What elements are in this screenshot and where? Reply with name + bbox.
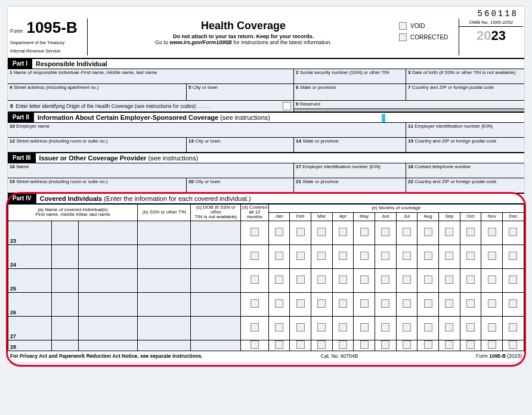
field-21[interactable]: 21 State or province [294, 178, 406, 193]
field-10[interactable]: 10 Employer name [8, 123, 406, 137]
month-checkbox[interactable] [381, 299, 389, 308]
field-2[interactable]: 2 Social security number (SSN) or other … [294, 69, 406, 83]
month-checkbox[interactable] [275, 228, 283, 236]
month-checkbox[interactable] [509, 252, 517, 260]
dob-cell[interactable] [191, 244, 241, 268]
month-checkbox[interactable] [296, 252, 305, 260]
month-checkbox[interactable] [275, 323, 283, 332]
dob-cell[interactable] [191, 268, 241, 292]
month-checkbox[interactable] [339, 340, 347, 349]
dob-cell[interactable] [191, 316, 241, 340]
month-checkbox[interactable] [403, 323, 411, 332]
month-checkbox[interactable] [488, 275, 496, 284]
covered-all-checkbox[interactable] [250, 275, 259, 284]
name-cell[interactable] [52, 244, 78, 268]
corrected-checkbox[interactable] [399, 33, 407, 41]
month-checkbox[interactable] [488, 340, 496, 349]
field-12[interactable]: 12 Street address (including room or sui… [8, 138, 187, 152]
dob-cell[interactable] [191, 340, 241, 351]
month-checkbox[interactable] [317, 323, 326, 332]
field-16[interactable]: 16 Name [8, 163, 294, 178]
month-checkbox[interactable] [488, 323, 496, 332]
field-20[interactable]: 20 City or town [187, 178, 294, 193]
field-19[interactable]: 19 Street address (including room or sui… [8, 178, 187, 193]
month-checkbox[interactable] [275, 275, 283, 284]
month-checkbox[interactable] [360, 275, 369, 284]
month-checkbox[interactable] [424, 340, 432, 349]
month-checkbox[interactable] [317, 228, 326, 236]
month-checkbox[interactable] [360, 228, 369, 236]
month-checkbox[interactable] [296, 323, 305, 332]
month-checkbox[interactable] [466, 323, 475, 332]
field-1[interactable]: 1 Name of responsible individual–First n… [8, 69, 294, 83]
field-22[interactable]: 22 Country and ZIP or foreign postal cod… [406, 178, 524, 193]
month-checkbox[interactable] [403, 340, 411, 349]
month-checkbox[interactable] [381, 323, 389, 332]
month-checkbox[interactable] [466, 275, 475, 284]
name-cell[interactable] [78, 340, 138, 351]
field-11[interactable]: 11 Employer identification number (EIN) [406, 123, 524, 137]
month-checkbox[interactable] [275, 340, 283, 349]
month-checkbox[interactable] [381, 340, 389, 349]
field-18[interactable]: 18 Contact telephone number [406, 163, 524, 178]
field-7[interactable]: 7 Country and ZIP or foreign postal code [406, 84, 524, 101]
month-checkbox[interactable] [360, 252, 369, 260]
month-checkbox[interactable] [445, 252, 453, 260]
month-checkbox[interactable] [296, 275, 305, 284]
origin-code-box[interactable] [283, 102, 291, 110]
month-checkbox[interactable] [339, 299, 347, 308]
dob-cell[interactable] [191, 221, 241, 244]
name-cell[interactable] [78, 268, 138, 292]
name-cell[interactable] [52, 316, 78, 340]
month-checkbox[interactable] [509, 323, 517, 332]
ssn-cell[interactable] [138, 316, 191, 340]
month-checkbox[interactable] [317, 299, 326, 308]
void-checkbox[interactable] [399, 22, 407, 30]
month-checkbox[interactable] [339, 252, 347, 260]
name-cell[interactable] [78, 221, 138, 244]
month-checkbox[interactable] [424, 323, 432, 332]
month-checkbox[interactable] [339, 323, 347, 332]
field-3[interactable]: 3 Date of birth (if SSN or other TIN is … [406, 69, 524, 83]
month-checkbox[interactable] [445, 323, 453, 332]
month-checkbox[interactable] [296, 299, 305, 308]
ssn-cell[interactable] [138, 340, 191, 351]
month-checkbox[interactable] [424, 275, 432, 284]
field-6[interactable]: 6 State or province [294, 84, 406, 101]
field-14[interactable]: 14 State or province [294, 138, 406, 152]
dob-cell[interactable] [191, 292, 241, 316]
month-checkbox[interactable] [317, 340, 326, 349]
month-checkbox[interactable] [381, 252, 389, 260]
name-cell[interactable] [52, 221, 78, 244]
field-15[interactable]: 15 Country and ZIP or foreign postal cod… [406, 138, 524, 152]
month-checkbox[interactable] [296, 340, 305, 349]
ssn-cell[interactable] [138, 221, 191, 244]
month-checkbox[interactable] [445, 340, 453, 349]
covered-all-checkbox[interactable] [250, 228, 259, 236]
month-checkbox[interactable] [509, 299, 517, 308]
name-cell[interactable] [52, 292, 78, 316]
month-checkbox[interactable] [424, 299, 432, 308]
month-checkbox[interactable] [381, 275, 389, 284]
covered-all-checkbox[interactable] [250, 323, 259, 332]
month-checkbox[interactable] [424, 228, 432, 236]
month-checkbox[interactable] [466, 228, 475, 236]
month-checkbox[interactable] [275, 252, 283, 260]
month-checkbox[interactable] [509, 275, 517, 284]
month-checkbox[interactable] [466, 299, 475, 308]
month-checkbox[interactable] [403, 228, 411, 236]
month-checkbox[interactable] [488, 252, 496, 260]
month-checkbox[interactable] [317, 275, 326, 284]
month-checkbox[interactable] [296, 228, 305, 236]
month-checkbox[interactable] [445, 275, 453, 284]
month-checkbox[interactable] [360, 340, 369, 349]
month-checkbox[interactable] [445, 299, 453, 308]
name-cell[interactable] [78, 316, 138, 340]
ssn-cell[interactable] [138, 292, 191, 316]
month-checkbox[interactable] [381, 228, 389, 236]
name-cell[interactable] [52, 340, 78, 351]
month-checkbox[interactable] [339, 275, 347, 284]
month-checkbox[interactable] [339, 228, 347, 236]
month-checkbox[interactable] [403, 299, 411, 308]
month-checkbox[interactable] [360, 323, 369, 332]
